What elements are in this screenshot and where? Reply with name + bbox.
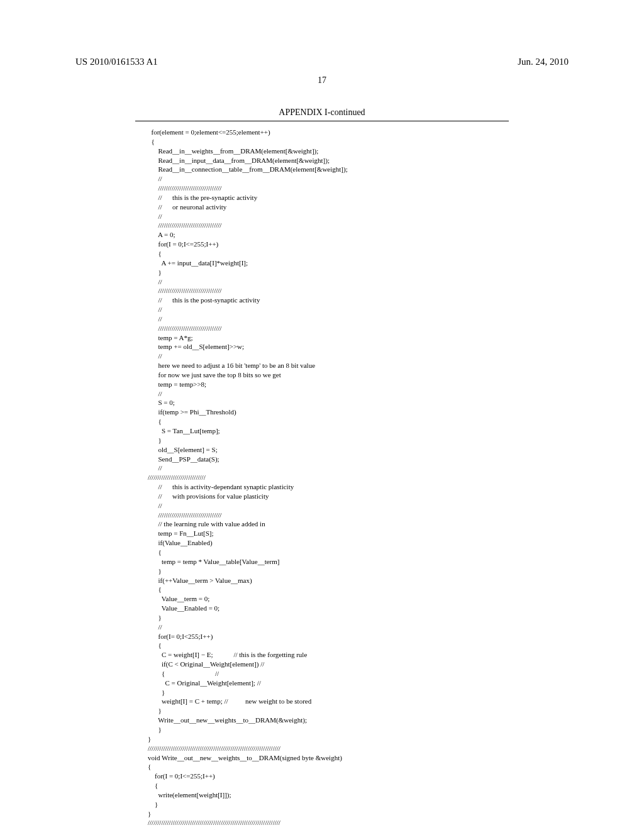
code-listing: for(element = 0;element<=255;element++) …: [148, 128, 581, 830]
publication-number: US 2010/0161533 A1: [75, 57, 158, 67]
patent-page: US 2010/0161533 A1 Jun. 24, 2010 17 APPE…: [0, 0, 644, 830]
divider-line: [135, 121, 509, 121]
page-number: 17: [63, 75, 581, 86]
appendix-title: APPENDIX I-continued: [63, 108, 581, 118]
publication-date: Jun. 24, 2010: [518, 57, 569, 67]
